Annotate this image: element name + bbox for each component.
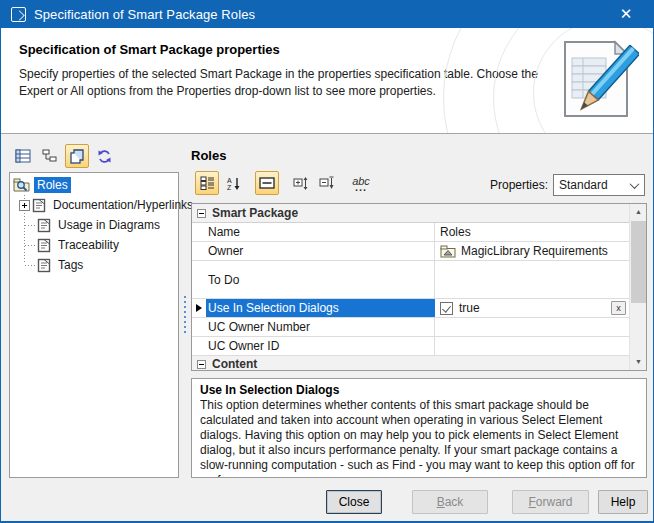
properties-table-rows: Smart Package Name Roles Owner MagicLibr… [192, 204, 629, 371]
svg-text:A: A [227, 177, 232, 184]
package-icon [440, 245, 456, 258]
document-icon [32, 198, 46, 213]
smart-package-icon [13, 178, 30, 192]
tree-item-roles[interactable]: Roles [10, 175, 178, 195]
specification-dialog: Specification of Smart Package Roles ✕ S… [0, 0, 654, 523]
categorized-view-icon[interactable] [195, 171, 219, 195]
tree-connector [25, 265, 35, 266]
svg-text:Z: Z [227, 184, 232, 191]
tree-item-label[interactable]: Documentation/Hyperlinks [50, 197, 196, 213]
properties-filter: Properties: Standard [490, 174, 645, 196]
row-gutter [192, 261, 206, 298]
expand-nodes-icon[interactable] [289, 171, 313, 195]
property-value[interactable] [435, 318, 629, 336]
table-row-todo[interactable]: To Do [192, 261, 629, 299]
tree-connector [25, 225, 35, 226]
chevron-down-icon [630, 179, 640, 189]
vertical-scrollbar[interactable]: ▲ ▼ [629, 204, 646, 370]
tree-view-icon[interactable] [38, 144, 62, 168]
tree-item-label[interactable]: Usage in Diagrams [55, 217, 163, 233]
stacked-pages-icon[interactable] [65, 144, 89, 168]
tree-item-tags[interactable]: Tags [10, 255, 178, 275]
panel-splitter-handle[interactable] [183, 296, 187, 336]
group-label: Smart Package [212, 206, 298, 220]
property-name[interactable]: To Do [206, 261, 435, 298]
collapse-minus-icon[interactable] [197, 360, 206, 369]
close-icon[interactable]: ✕ [609, 0, 643, 28]
row-gutter [192, 337, 206, 355]
show-description-icon[interactable] [255, 171, 279, 195]
table-row-name[interactable]: Name Roles [192, 223, 629, 242]
titlebar[interactable]: Specification of Smart Package Roles ✕ [1, 0, 653, 28]
collapse-minus-icon[interactable] [197, 209, 206, 218]
table-row-uc-owner-number[interactable]: UC Owner Number [192, 318, 629, 337]
row-gutter [192, 242, 206, 260]
property-name[interactable]: Owner [206, 242, 435, 260]
collapse-nodes-icon[interactable] [315, 171, 339, 195]
property-value[interactable] [435, 337, 629, 355]
tree-item-label[interactable]: Roles [34, 177, 71, 193]
properties-label: Properties: [490, 178, 548, 192]
tree-item-label[interactable]: Tags [55, 257, 86, 273]
sort-alphabetically-icon[interactable]: AZ [221, 171, 245, 195]
checkbox-checked-icon[interactable] [440, 302, 453, 315]
tree-item-label[interactable]: Traceability [55, 237, 122, 253]
specification-dialog-icon [11, 7, 26, 22]
group-label: Content [212, 357, 257, 371]
property-value[interactable]: Roles [435, 223, 629, 241]
scroll-down-icon[interactable]: ▼ [630, 354, 647, 370]
properties-selected-value: Standard [559, 178, 608, 192]
group-header-smart-package[interactable]: Smart Package [192, 204, 629, 223]
back-button[interactable]: Back [412, 490, 488, 514]
tree-connector [25, 245, 35, 246]
property-value[interactable]: true x [435, 299, 629, 317]
document-icon [37, 218, 51, 233]
tree-item-documentation[interactable]: Documentation/Hyperlinks [10, 195, 178, 215]
properties-select[interactable]: Standard [553, 174, 645, 196]
property-name-selected[interactable]: Use In Selection Dialogs [206, 299, 435, 317]
row-gutter [192, 299, 206, 317]
row-gutter [192, 223, 206, 241]
specification-tree: Roles Documentation/Hyperlinks Usage in … [9, 172, 179, 478]
refresh-icon[interactable] [92, 144, 116, 168]
tree-item-traceability[interactable]: Traceability [10, 235, 178, 255]
property-name[interactable]: UC Owner ID [206, 337, 435, 355]
property-value[interactable] [435, 261, 629, 298]
help-button[interactable]: Help [598, 490, 648, 514]
owner-value: MagicLibrary Requirements [461, 244, 608, 258]
properties-table: Smart Package Name Roles Owner MagicLibr… [191, 203, 647, 371]
description-title: Use In Selection Dialogs [200, 383, 638, 397]
row-gutter [192, 318, 206, 336]
table-row-owner[interactable]: Owner MagicLibrary Requirements [192, 242, 629, 261]
group-header-content[interactable]: Content [192, 356, 629, 371]
property-description-panel: Use In Selection Dialogs This option det… [191, 378, 647, 478]
description-text: This option determines whether contents … [200, 398, 638, 478]
property-name[interactable]: UC Owner Number [206, 318, 435, 336]
close-button[interactable]: Close [326, 490, 382, 514]
banner: Specification of Smart Package propertie… [1, 28, 653, 134]
document-icon [37, 258, 51, 273]
expand-plus-icon[interactable] [19, 200, 30, 211]
document-icon [37, 238, 51, 253]
property-value[interactable]: MagicLibrary Requirements [435, 242, 629, 260]
clear-value-button[interactable]: x [611, 301, 626, 315]
window-title: Specification of Smart Package Roles [34, 7, 255, 22]
forward-button[interactable]: Forward [512, 490, 589, 514]
document-pencil-icon [557, 36, 639, 127]
page-title: Roles [191, 148, 226, 163]
row-marker-icon [196, 304, 202, 312]
properties-toolbar: AZ abc... [195, 171, 375, 195]
tree-item-usage-in-diagrams[interactable]: Usage in Diagrams [10, 215, 178, 235]
tree-toolbar [11, 144, 116, 168]
checkbox-value-label: true [459, 301, 480, 315]
table-row-uc-owner-id[interactable]: UC Owner ID [192, 337, 629, 356]
show-default-values-icon[interactable]: abc... [349, 171, 373, 195]
table-row-use-in-selection-dialogs[interactable]: Use In Selection Dialogs true x [192, 299, 629, 318]
grid-view-icon[interactable] [11, 144, 35, 168]
scroll-up-icon[interactable]: ▲ [630, 204, 647, 220]
property-name[interactable]: Name [206, 223, 435, 241]
scrollbar-thumb[interactable] [631, 221, 646, 303]
